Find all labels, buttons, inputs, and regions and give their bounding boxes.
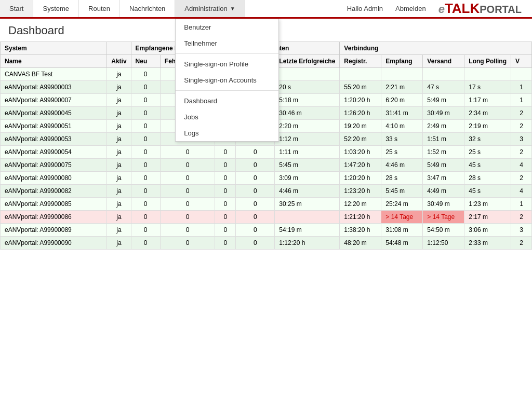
table-cell: 0 <box>236 237 275 250</box>
dropdown-logs[interactable]: Logs <box>176 125 278 141</box>
table-cell: 1:52 m <box>423 146 464 159</box>
table-cell: 1 <box>511 81 532 94</box>
logo-talk: TALK <box>445 1 480 16</box>
table-cell: 0 <box>131 224 160 237</box>
table-cell: 1:12:50 <box>423 237 464 250</box>
table-cell: 0 <box>215 237 236 250</box>
table-cell: 0 <box>160 172 215 185</box>
nav-systeme[interactable]: Systeme <box>33 0 79 17</box>
table-cell: 3 <box>511 224 532 237</box>
table-cell: 3:06 m <box>464 224 511 237</box>
dropdown-jobs[interactable]: Jobs <box>176 109 278 125</box>
dropdown-dashboard[interactable]: Dashboard <box>176 93 278 109</box>
table-cell: 0 <box>215 198 236 211</box>
table-cell: eANVportal: A99900080 <box>1 172 107 185</box>
dropdown-benutzer[interactable]: Benutzer <box>176 19 278 35</box>
table-cell: 1:47:20 h <box>340 159 381 172</box>
col-v: V <box>511 55 532 68</box>
table-cell: 2 <box>511 172 532 185</box>
nav-right: Hallo Admin Abmelden eTALKPORTAL <box>341 0 532 17</box>
col-empfang: Empfang <box>381 55 423 68</box>
table-cell: 2 <box>511 107 532 120</box>
table-cell: 2 <box>511 146 532 159</box>
table-cell: 1 <box>511 198 532 211</box>
dropdown-sso-profile[interactable]: Single-sign-on Profile <box>176 56 278 72</box>
table-cell: ja <box>107 198 131 211</box>
table-cell: 2:33 m <box>464 237 511 250</box>
dropdown-sso-accounts[interactable]: Single-sign-on Accounts <box>176 72 278 88</box>
group-header-verbindung: Verbindung <box>340 42 532 55</box>
table-cell: 30:49 m <box>423 107 464 120</box>
nav-routen[interactable]: Routen <box>79 0 120 17</box>
table-cell: 0 <box>215 185 236 198</box>
table-cell: 1:23:20 h <box>340 185 381 198</box>
col-letzte: Letzte Erfolgreiche <box>275 55 340 68</box>
nav-left: Start Systeme Routen Nachrichten Adminis… <box>0 0 341 17</box>
table-cell: 2 <box>511 237 532 250</box>
table-cell: 1:12:20 h <box>275 237 340 250</box>
table-cell: 2 <box>511 120 532 133</box>
table-cell: ja <box>107 94 131 107</box>
table-cell <box>340 68 381 81</box>
table-cell: 1:20:20 h <box>340 94 381 107</box>
logout-button[interactable]: Abmelden <box>391 5 430 12</box>
top-nav: Start Systeme Routen Nachrichten Adminis… <box>0 0 532 19</box>
table-cell: 54:19 m <box>275 224 340 237</box>
table-cell: 0 <box>131 120 160 133</box>
table-cell: 1:23 m <box>464 198 511 211</box>
table-cell: 19:20 m <box>340 120 381 133</box>
nav-start[interactable]: Start <box>0 0 33 17</box>
table-cell: 1:21:20 h <box>340 211 381 224</box>
table-cell: 55:20 m <box>340 81 381 94</box>
table-cell: 1 <box>511 94 532 107</box>
table-cell: 0 <box>215 172 236 185</box>
dropdown-teilnehmer[interactable]: Teilnehmer <box>176 35 278 51</box>
table-cell: 30:49 m <box>423 198 464 211</box>
table-cell: eANVportal: A99900003 <box>1 81 107 94</box>
table-cell: eANVportal: A99900053 <box>1 133 107 146</box>
nav-administration[interactable]: Administration ▼ Benutzer Teilnehmer Sin… <box>175 0 245 17</box>
table-cell: 32 s <box>464 133 511 146</box>
table-cell: 1:12 m <box>275 133 340 146</box>
nav-nachrichten[interactable]: Nachrichten <box>120 0 175 17</box>
table-cell <box>275 211 340 224</box>
table-cell <box>511 68 532 81</box>
dropdown-divider-1 <box>176 53 278 54</box>
table-cell: 0 <box>236 224 275 237</box>
table-cell: 2 <box>511 211 532 224</box>
table-cell: 1:11 m <box>275 146 340 159</box>
col-longpoll: Long Polling <box>464 55 511 68</box>
table-row: eANVportal: A99900090ja00001:12:20 h48:2… <box>1 237 532 250</box>
table-cell: 3 <box>511 133 532 146</box>
table-row: eANVportal: A99900086ja00001:21:20 h> 14… <box>1 211 532 224</box>
table-cell: 0 <box>236 185 275 198</box>
table-cell: ja <box>107 81 131 94</box>
table-cell: 48:20 m <box>340 237 381 250</box>
table-cell: 0 <box>215 224 236 237</box>
table-cell: 2:49 m <box>423 120 464 133</box>
table-cell: 1:26:20 h <box>340 107 381 120</box>
table-cell: 33 s <box>381 133 423 146</box>
table-cell: 0 <box>215 146 236 159</box>
table-cell: 0 <box>236 159 275 172</box>
table-cell: 0 <box>160 146 215 159</box>
table-row: eANVportal: A99900082ja00004:46 m1:23:20… <box>1 185 532 198</box>
table-cell: 0 <box>160 237 215 250</box>
table-cell: 0 <box>131 159 160 172</box>
table-cell: 31:08 m <box>381 224 423 237</box>
table-cell: eANVportal: A99900089 <box>1 224 107 237</box>
dropdown-arrow-icon: ▼ <box>230 6 235 11</box>
table-cell: 0 <box>131 211 160 224</box>
col-aktiv: Aktiv <box>107 55 131 68</box>
logo-e: e <box>438 3 445 16</box>
table-cell: 2:21 m <box>381 81 423 94</box>
table-cell: 0 <box>131 94 160 107</box>
table-cell: 4:46 m <box>275 185 340 198</box>
table-cell: 5:49 m <box>423 159 464 172</box>
table-row: eANVportal: A99900089ja000054:19 m1:38:2… <box>1 224 532 237</box>
table-cell: 0 <box>131 146 160 159</box>
table-cell: 25 s <box>381 146 423 159</box>
table-cell <box>464 68 511 81</box>
table-cell: 0 <box>131 198 160 211</box>
group-header-empty <box>107 42 131 55</box>
